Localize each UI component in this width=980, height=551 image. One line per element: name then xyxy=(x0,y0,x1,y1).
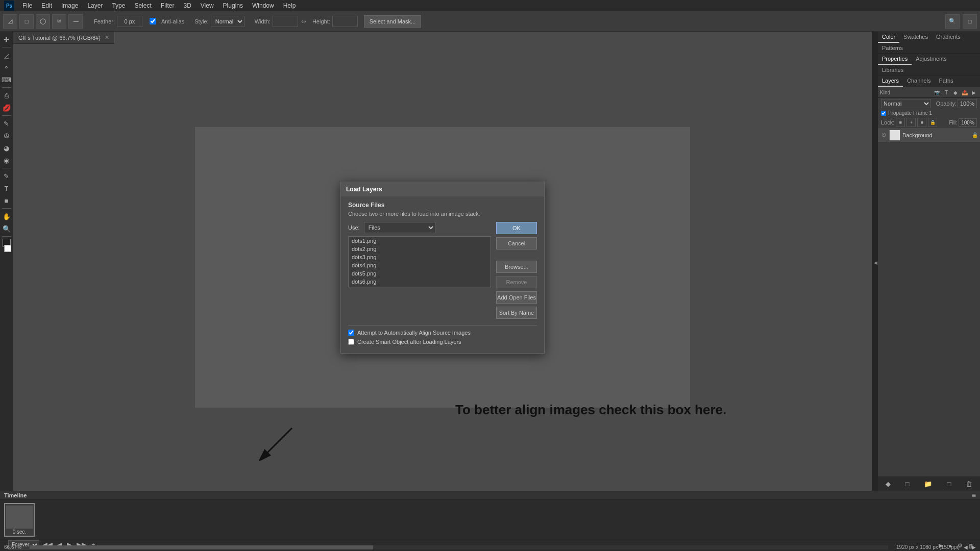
type-tool[interactable]: T xyxy=(1,183,12,194)
height-input[interactable] xyxy=(332,16,358,27)
tab-patterns[interactable]: Patterns xyxy=(878,43,907,53)
list-item[interactable]: dots4.png xyxy=(349,261,491,269)
list-item[interactable]: dots1.png xyxy=(349,237,491,245)
anti-alias-checkbox[interactable] xyxy=(150,18,156,24)
layer-thumbnail xyxy=(889,130,900,141)
menu-help[interactable]: Help xyxy=(279,0,300,11)
menu-plugins[interactable]: Plugins xyxy=(219,0,247,11)
menu-type[interactable]: Type xyxy=(108,0,129,11)
hand-tool[interactable]: ✋ xyxy=(1,211,12,222)
tab-channels[interactable]: Channels xyxy=(903,76,935,87)
menu-image[interactable]: Image xyxy=(57,0,82,11)
tab-swatches[interactable]: Swatches xyxy=(899,32,932,43)
select-tool[interactable]: ◿ xyxy=(1,49,12,61)
tab-properties[interactable]: Properties xyxy=(878,54,912,65)
horizontal-scrollbar[interactable] xyxy=(30,545,888,549)
feather-input[interactable] xyxy=(117,16,142,27)
scrollbar-thumb[interactable] xyxy=(30,545,373,549)
expand-button[interactable]: □ xyxy=(963,14,977,29)
style-select[interactable]: Normal xyxy=(211,16,244,27)
blur-tool[interactable]: ◕ xyxy=(1,142,12,154)
opacity-input[interactable] xyxy=(958,99,977,108)
ok-button[interactable]: OK xyxy=(496,222,537,234)
right-panel: Color Swatches Gradients Patterns Proper… xyxy=(878,32,980,491)
select-mask-button[interactable]: Select and Mask... xyxy=(364,15,422,28)
tool-shape-ellipse[interactable]: ◯ xyxy=(36,14,50,29)
remove-button[interactable]: Remove xyxy=(496,276,537,288)
paint-bucket-tool[interactable]: ☮ xyxy=(1,130,12,141)
move-tool[interactable]: ✚ xyxy=(1,34,12,45)
delete-layer-button[interactable]: 🗑 xyxy=(964,479,974,489)
create-layer-button[interactable]: □ xyxy=(945,479,953,489)
list-item[interactable]: dots7.png xyxy=(349,286,491,287)
pen-tool[interactable]: ✎ xyxy=(1,170,12,182)
auto-align-label[interactable]: Attempt to Automatically Align Source Im… xyxy=(357,330,471,336)
sort-by-name-button[interactable]: Sort By Name xyxy=(496,307,537,319)
smart-object-label[interactable]: Create Smart Object after Loading Layers xyxy=(357,339,461,345)
list-item[interactable]: dots6.png xyxy=(349,278,491,286)
close-tab-icon[interactable]: ✕ xyxy=(105,34,109,41)
add-open-files-button[interactable]: Add Open Files xyxy=(496,291,537,304)
use-select[interactable]: Files Folder Open Files xyxy=(364,222,435,233)
lock-artboards-button[interactable]: ■ xyxy=(917,118,926,127)
zoom-tool[interactable]: 🔍 xyxy=(1,223,12,234)
tab-gradients[interactable]: Gradients xyxy=(932,32,965,43)
timeline-options-button[interactable]: ≡ xyxy=(972,491,976,499)
menu-filter[interactable]: Filter xyxy=(157,0,179,11)
menu-file[interactable]: File xyxy=(18,0,36,11)
lock-pixels-button[interactable]: ■ xyxy=(896,118,905,127)
tab-layers[interactable]: Layers xyxy=(878,76,903,87)
width-input[interactable] xyxy=(273,16,298,27)
lock-position-button[interactable]: + xyxy=(906,118,916,127)
nav-left[interactable]: ◀ xyxy=(964,544,968,550)
search-button[interactable]: 🔍 xyxy=(945,14,960,29)
crop-tool[interactable]: ⎙ xyxy=(1,90,12,101)
tab-color[interactable]: Color xyxy=(878,32,899,43)
list-item[interactable]: dots5.png xyxy=(349,269,491,278)
layer-filter-icon[interactable]: 📷 xyxy=(933,88,941,96)
create-group-button[interactable]: 📁 xyxy=(922,479,934,489)
propagate-checkbox[interactable] xyxy=(881,111,886,116)
layer-toggle-icon[interactable]: ▶ xyxy=(970,88,978,96)
menu-window[interactable]: Window xyxy=(248,0,278,11)
layer-effect-icon[interactable]: ◆ xyxy=(951,88,960,96)
smart-object-checkbox[interactable] xyxy=(348,339,354,345)
eyedropper-tool[interactable]: 💋 xyxy=(1,102,12,113)
tool-lasso[interactable]: ♾ xyxy=(52,14,66,29)
menu-edit[interactable]: Edit xyxy=(37,0,56,11)
magic-wand-tool[interactable]: ⌨ xyxy=(1,74,12,85)
background-color[interactable] xyxy=(4,245,11,252)
list-item[interactable]: dots3.png xyxy=(349,253,491,261)
brush-tool[interactable]: ✎ xyxy=(1,118,12,129)
add-mask-button[interactable]: □ xyxy=(903,479,912,489)
layer-edit-icon[interactable]: T xyxy=(942,88,950,96)
layer-visibility-icon[interactable]: ☉ xyxy=(880,132,887,139)
list-item[interactable]: dots2.png xyxy=(349,245,491,253)
menu-view[interactable]: View xyxy=(197,0,218,11)
tab-adjustments[interactable]: Adjustments xyxy=(912,54,951,65)
lasso-tool[interactable]: ⚬ xyxy=(1,62,12,73)
frame-1[interactable]: 0 sec. xyxy=(4,503,35,537)
menu-layer[interactable]: Layer xyxy=(83,0,107,11)
auto-align-checkbox[interactable] xyxy=(348,330,354,336)
menu-select[interactable]: Select xyxy=(130,0,155,11)
cancel-button[interactable]: Cancel xyxy=(496,237,537,249)
tab-paths[interactable]: Paths xyxy=(935,76,958,87)
menu-3d[interactable]: 3D xyxy=(179,0,195,11)
fill-input[interactable] xyxy=(959,118,977,127)
tool-shape-rect[interactable]: □ xyxy=(19,14,34,29)
tool-marquee[interactable]: ◿ xyxy=(3,14,17,29)
nav-right[interactable]: ▶ xyxy=(972,544,976,550)
tool-extra[interactable]: ⸻ xyxy=(68,14,83,29)
tab-libraries[interactable]: Libraries xyxy=(878,65,908,75)
add-layer-style-button[interactable]: ◆ xyxy=(884,479,893,489)
blend-mode-select[interactable]: Normal xyxy=(881,99,931,108)
layer-row-background[interactable]: ☉ Background 🔒 xyxy=(878,128,980,142)
right-collapse-button[interactable]: ◀ xyxy=(872,32,878,491)
browse-button[interactable]: Browse... xyxy=(496,261,537,273)
dodge-tool[interactable]: ◉ xyxy=(1,155,12,166)
lock-all-button[interactable]: 🔒 xyxy=(928,118,937,127)
layer-adjustment-icon[interactable]: 📤 xyxy=(961,88,969,96)
shape-tool[interactable]: ■ xyxy=(1,195,12,206)
opacity-label: Opacity: xyxy=(936,101,957,107)
